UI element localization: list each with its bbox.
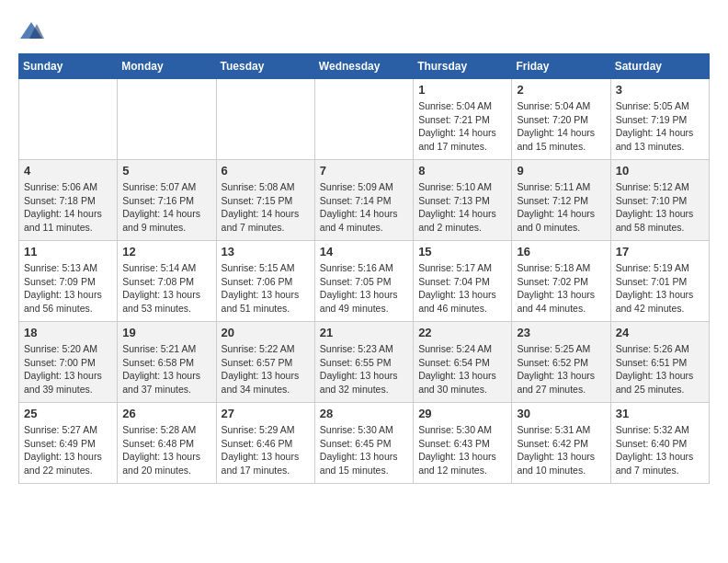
day-number: 22 xyxy=(418,326,506,339)
calendar-cell: 23Sunrise: 5:25 AMSunset: 6:52 PMDayligh… xyxy=(512,322,610,403)
day-info: Sunrise: 5:29 AMSunset: 6:46 PMDaylight:… xyxy=(222,423,310,477)
day-number: 3 xyxy=(616,83,704,97)
calendar-cell: 15Sunrise: 5:17 AMSunset: 7:04 PMDayligh… xyxy=(414,241,512,322)
day-info: Sunrise: 5:30 AMSunset: 6:43 PMDaylight:… xyxy=(418,423,506,477)
day-number: 1 xyxy=(418,83,506,97)
day-info: Sunrise: 5:22 AMSunset: 6:57 PMDaylight:… xyxy=(222,342,310,396)
calendar-cell xyxy=(19,79,118,160)
day-info: Sunrise: 5:16 AMSunset: 7:05 PMDaylight:… xyxy=(320,261,408,316)
calendar-cell: 5Sunrise: 5:07 AMSunset: 7:16 PMDaylight… xyxy=(118,160,216,241)
calendar-cell: 7Sunrise: 5:09 AMSunset: 7:14 PMDaylight… xyxy=(314,160,413,241)
day-info: Sunrise: 5:07 AMSunset: 7:16 PMDaylight:… xyxy=(122,180,210,235)
day-info: Sunrise: 5:17 AMSunset: 7:04 PMDaylight:… xyxy=(418,261,506,316)
calendar-week-row: 4Sunrise: 5:06 AMSunset: 7:18 PMDaylight… xyxy=(19,160,710,241)
calendar-cell: 12Sunrise: 5:14 AMSunset: 7:08 PMDayligh… xyxy=(118,241,216,322)
day-info: Sunrise: 5:11 AMSunset: 7:12 PMDaylight:… xyxy=(517,180,605,235)
calendar-cell: 24Sunrise: 5:26 AMSunset: 6:51 PMDayligh… xyxy=(610,322,709,403)
calendar-cell: 9Sunrise: 5:11 AMSunset: 7:12 PMDaylight… xyxy=(512,160,610,241)
calendar-cell: 2Sunrise: 5:04 AMSunset: 7:20 PMDaylight… xyxy=(512,79,610,160)
calendar-week-row: 11Sunrise: 5:13 AMSunset: 7:09 PMDayligh… xyxy=(19,241,710,322)
calendar-cell: 17Sunrise: 5:19 AMSunset: 7:01 PMDayligh… xyxy=(610,241,709,322)
day-info: Sunrise: 5:25 AMSunset: 6:52 PMDaylight:… xyxy=(517,342,605,396)
day-info: Sunrise: 5:04 AMSunset: 7:20 PMDaylight:… xyxy=(517,99,605,154)
day-info: Sunrise: 5:31 AMSunset: 6:42 PMDaylight:… xyxy=(517,423,605,477)
day-number: 11 xyxy=(24,245,112,259)
day-number: 23 xyxy=(517,326,605,339)
calendar-cell: 22Sunrise: 5:24 AMSunset: 6:54 PMDayligh… xyxy=(414,322,512,403)
day-info: Sunrise: 5:05 AMSunset: 7:19 PMDaylight:… xyxy=(616,99,704,154)
day-number: 29 xyxy=(418,407,506,420)
day-info: Sunrise: 5:27 AMSunset: 6:49 PMDaylight:… xyxy=(24,423,112,477)
calendar-cell xyxy=(216,79,314,160)
day-number: 26 xyxy=(122,407,210,420)
day-number: 20 xyxy=(222,326,310,339)
day-info: Sunrise: 5:06 AMSunset: 7:18 PMDaylight:… xyxy=(24,180,112,235)
logo xyxy=(18,18,48,44)
day-info: Sunrise: 5:28 AMSunset: 6:48 PMDaylight:… xyxy=(122,423,210,477)
day-of-week-header: Saturday xyxy=(610,54,709,79)
day-number: 5 xyxy=(122,164,210,178)
page-header xyxy=(18,18,710,44)
day-info: Sunrise: 5:26 AMSunset: 6:51 PMDaylight:… xyxy=(616,342,704,396)
calendar-cell: 14Sunrise: 5:16 AMSunset: 7:05 PMDayligh… xyxy=(314,241,413,322)
day-number: 2 xyxy=(517,83,605,97)
calendar-cell: 29Sunrise: 5:30 AMSunset: 6:43 PMDayligh… xyxy=(414,403,512,484)
day-number: 10 xyxy=(616,164,704,178)
day-of-week-header: Tuesday xyxy=(216,54,314,79)
day-number: 16 xyxy=(517,245,605,259)
day-number: 17 xyxy=(616,245,704,259)
day-number: 25 xyxy=(24,407,112,420)
day-info: Sunrise: 5:18 AMSunset: 7:02 PMDaylight:… xyxy=(517,261,605,316)
day-number: 28 xyxy=(320,407,408,420)
day-info: Sunrise: 5:32 AMSunset: 6:40 PMDaylight:… xyxy=(616,423,704,477)
day-info: Sunrise: 5:21 AMSunset: 6:58 PMDaylight:… xyxy=(122,342,210,396)
day-info: Sunrise: 5:04 AMSunset: 7:21 PMDaylight:… xyxy=(418,99,506,154)
day-number: 21 xyxy=(320,326,408,339)
calendar-cell: 30Sunrise: 5:31 AMSunset: 6:42 PMDayligh… xyxy=(512,403,610,484)
day-number: 8 xyxy=(418,164,506,178)
day-number: 4 xyxy=(24,164,112,178)
calendar-table: SundayMondayTuesdayWednesdayThursdayFrid… xyxy=(18,53,710,484)
calendar-cell xyxy=(314,79,413,160)
calendar-cell: 16Sunrise: 5:18 AMSunset: 7:02 PMDayligh… xyxy=(512,241,610,322)
calendar-cell: 21Sunrise: 5:23 AMSunset: 6:55 PMDayligh… xyxy=(314,322,413,403)
day-info: Sunrise: 5:15 AMSunset: 7:06 PMDaylight:… xyxy=(222,261,310,316)
day-info: Sunrise: 5:14 AMSunset: 7:08 PMDaylight:… xyxy=(122,261,210,316)
calendar-week-row: 18Sunrise: 5:20 AMSunset: 7:00 PMDayligh… xyxy=(19,322,710,403)
calendar-cell: 27Sunrise: 5:29 AMSunset: 6:46 PMDayligh… xyxy=(216,403,314,484)
calendar-cell: 26Sunrise: 5:28 AMSunset: 6:48 PMDayligh… xyxy=(118,403,216,484)
day-of-week-header: Wednesday xyxy=(314,54,413,79)
day-number: 27 xyxy=(222,407,310,420)
calendar-cell: 10Sunrise: 5:12 AMSunset: 7:10 PMDayligh… xyxy=(610,160,709,241)
calendar-cell: 13Sunrise: 5:15 AMSunset: 7:06 PMDayligh… xyxy=(216,241,314,322)
day-number: 31 xyxy=(616,407,704,420)
day-number: 24 xyxy=(616,326,704,339)
calendar-cell: 19Sunrise: 5:21 AMSunset: 6:58 PMDayligh… xyxy=(118,322,216,403)
calendar-cell: 25Sunrise: 5:27 AMSunset: 6:49 PMDayligh… xyxy=(19,403,118,484)
calendar-cell: 6Sunrise: 5:08 AMSunset: 7:15 PMDaylight… xyxy=(216,160,314,241)
day-info: Sunrise: 5:20 AMSunset: 7:00 PMDaylight:… xyxy=(24,342,112,396)
calendar-header-row: SundayMondayTuesdayWednesdayThursdayFrid… xyxy=(19,54,710,79)
day-number: 6 xyxy=(222,164,310,178)
day-of-week-header: Monday xyxy=(118,54,216,79)
calendar-week-row: 1Sunrise: 5:04 AMSunset: 7:21 PMDaylight… xyxy=(19,79,710,160)
day-number: 9 xyxy=(517,164,605,178)
logo-icon xyxy=(18,18,44,44)
day-info: Sunrise: 5:24 AMSunset: 6:54 PMDaylight:… xyxy=(418,342,506,396)
day-number: 7 xyxy=(320,164,408,178)
calendar-cell: 1Sunrise: 5:04 AMSunset: 7:21 PMDaylight… xyxy=(414,79,512,160)
calendar-cell: 31Sunrise: 5:32 AMSunset: 6:40 PMDayligh… xyxy=(610,403,709,484)
day-of-week-header: Sunday xyxy=(19,54,118,79)
calendar-cell: 4Sunrise: 5:06 AMSunset: 7:18 PMDaylight… xyxy=(19,160,118,241)
calendar-week-row: 25Sunrise: 5:27 AMSunset: 6:49 PMDayligh… xyxy=(19,403,710,484)
day-number: 12 xyxy=(122,245,210,259)
day-info: Sunrise: 5:23 AMSunset: 6:55 PMDaylight:… xyxy=(320,342,408,396)
day-info: Sunrise: 5:12 AMSunset: 7:10 PMDaylight:… xyxy=(616,180,704,235)
day-number: 18 xyxy=(24,326,112,339)
day-number: 13 xyxy=(222,245,310,259)
calendar-cell: 3Sunrise: 5:05 AMSunset: 7:19 PMDaylight… xyxy=(610,79,709,160)
day-number: 15 xyxy=(418,245,506,259)
day-number: 30 xyxy=(517,407,605,420)
day-number: 19 xyxy=(122,326,210,339)
day-info: Sunrise: 5:13 AMSunset: 7:09 PMDaylight:… xyxy=(24,261,112,316)
